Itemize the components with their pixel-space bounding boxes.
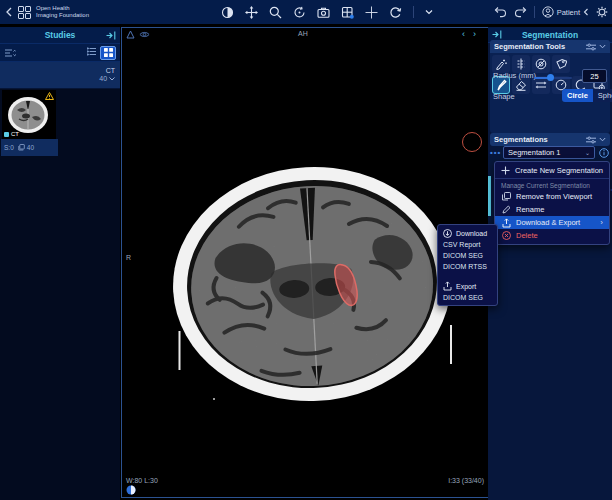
ohif-logo	[18, 6, 31, 19]
main-toolbar	[221, 0, 433, 24]
shape-circle-button[interactable]: Circle	[562, 89, 593, 102]
capture-icon[interactable]	[317, 6, 330, 19]
viewport-nav-arrows[interactable]: ‹›	[462, 29, 484, 39]
segment-color-bar	[488, 176, 491, 216]
rename-label: Rename	[516, 205, 544, 214]
pencil-icon	[501, 205, 511, 214]
orientation-marker-left: R	[126, 254, 131, 261]
segmentation-info-icon[interactable]	[599, 148, 609, 158]
studies-panel: Studies CT 40	[0, 27, 120, 500]
collapse-right-panel-icon[interactable]	[492, 30, 502, 39]
instances-count: 40	[27, 144, 34, 151]
manage-current-segmentation-header: Manage Current Segmentation	[495, 180, 609, 190]
study-row[interactable]: CT 40	[0, 62, 120, 89]
dicom-seg-download-item[interactable]: DICOM SEG	[438, 250, 497, 261]
series-thumbnail[interactable]: CT	[2, 90, 56, 139]
shape-sphere-button[interactable]: Sphere	[593, 89, 612, 102]
ct-viewport[interactable]: AH ‹› R W:80 L:30 I:33 (33/40)	[121, 27, 489, 498]
select-chevron-icon: ⌄	[585, 149, 590, 156]
export-section-header: Export	[438, 280, 497, 292]
segmentation-tools-header[interactable]: Segmentation Tools	[490, 40, 610, 53]
patient-label: Patient	[557, 8, 580, 17]
rotate-icon[interactable]	[293, 6, 306, 19]
segmentation-panel: Segmentation Segmentation Tools	[488, 27, 612, 500]
create-new-segmentation-label: Create New Segmentation	[515, 166, 603, 175]
more-tools-chevron-icon[interactable]	[425, 9, 433, 15]
segmentation-chip-icon	[4, 132, 9, 137]
shape-toggle-group: Circle Sphere	[562, 89, 612, 102]
csv-report-item[interactable]: CSV Report	[438, 239, 497, 250]
rename-item[interactable]: Rename	[495, 203, 609, 216]
segmentations-sliders-icon[interactable]	[586, 136, 596, 144]
radius-slider[interactable]	[534, 73, 572, 83]
ct-axial-brain-image	[122, 28, 488, 497]
crosshairs-icon[interactable]	[365, 6, 378, 19]
app-name: Open Health Imaging Foundation	[36, 5, 89, 19]
label-tag-tool-button[interactable]	[552, 55, 570, 73]
dicom-seg-export-item[interactable]: DICOM SEG	[438, 292, 497, 303]
segmentations-collapse-chevron-icon[interactable]	[599, 137, 606, 142]
segmentation-panel-title: Segmentation	[488, 30, 612, 40]
window-level-icon[interactable]	[221, 6, 234, 19]
sort-studies-icon[interactable]	[4, 48, 16, 58]
download-header-label: Download	[456, 230, 487, 237]
window-level-readout: W:80 L:30	[126, 477, 158, 484]
download-section-header: Download	[438, 227, 497, 239]
download-circle-icon	[443, 229, 452, 238]
create-new-segmentation-item[interactable]: Create New Segmentation	[495, 164, 609, 177]
top-bar: Open Health Imaging Foundation	[0, 0, 612, 24]
study-expand-chevron-icon	[109, 77, 115, 81]
pan-icon[interactable]	[245, 6, 258, 19]
settings-gear-icon[interactable]	[596, 6, 608, 18]
toolbar-divider	[413, 6, 414, 18]
menu-divider	[495, 178, 609, 179]
segmentation-context-menu: Create New Segmentation Manage Current S…	[494, 161, 610, 245]
export-tray-icon	[501, 218, 511, 228]
active-segmentation-label: Segmentation 1	[508, 148, 561, 157]
download-export-item[interactable]: Download & Export ›	[495, 216, 609, 229]
patient-chevron-icon	[583, 8, 589, 16]
instance-stack-icon	[18, 144, 25, 151]
submenu-spacer	[438, 272, 497, 280]
topbar-divider	[534, 6, 535, 18]
plus-icon	[501, 166, 510, 175]
reset-icon[interactable]	[389, 6, 402, 19]
zoom-icon[interactable]	[269, 6, 282, 19]
remove-from-viewport-item[interactable]: Remove from Viewport	[495, 190, 609, 203]
viewport-status-orb-icon[interactable]	[126, 485, 136, 495]
segmentations-title: Segmentations	[494, 135, 548, 144]
segmentations-header[interactable]: Segmentations	[490, 133, 610, 146]
delete-label: Delete	[516, 231, 538, 240]
layout-icon[interactable]	[341, 6, 354, 19]
viewport-eye-icon	[139, 30, 150, 39]
image-counter: I:33 (33/40)	[448, 477, 484, 484]
collapse-left-panel-icon[interactable]	[106, 31, 116, 40]
warning-triangle-icon	[45, 92, 54, 100]
radius-value-input[interactable]: 25	[582, 69, 607, 83]
download-export-label: Download & Export	[516, 218, 580, 227]
studies-panel-title: Studies	[0, 30, 120, 40]
ohif-viewer-app: Open Health Imaging Foundation	[0, 0, 612, 500]
radius-label: Radius (mm)	[493, 71, 536, 80]
viewport-frames-icon	[501, 192, 511, 201]
viewport-status-icons	[126, 30, 150, 39]
remove-from-viewport-label: Remove from Viewport	[516, 192, 592, 201]
back-chevron-icon[interactable]	[5, 7, 13, 17]
active-segmentation-select[interactable]: Segmentation 1 ⌄	[503, 146, 595, 159]
series-info-bar: S:0 40	[1, 139, 58, 156]
segmentation-more-options-button[interactable]: •••	[490, 148, 501, 157]
delete-item[interactable]: Delete	[495, 229, 609, 242]
redo-icon[interactable]	[514, 6, 527, 18]
tools-sliders-icon[interactable]	[586, 43, 596, 51]
dicom-rtss-item[interactable]: DICOM RTSS	[438, 261, 497, 272]
tools-collapse-chevron-icon[interactable]	[599, 44, 606, 49]
undo-icon[interactable]	[494, 6, 507, 18]
list-view-button[interactable]	[84, 46, 98, 58]
patient-button[interactable]: Patient	[542, 6, 589, 18]
series-number: S:0	[4, 144, 14, 151]
download-export-submenu: Download CSV Report DICOM SEG DICOM RTSS…	[437, 224, 498, 306]
segmentation-tools-title: Segmentation Tools	[494, 42, 565, 51]
grid-view-button[interactable]	[100, 46, 116, 60]
radius-slider-thumb[interactable]	[547, 74, 554, 81]
brush-cursor-circle	[462, 132, 482, 152]
